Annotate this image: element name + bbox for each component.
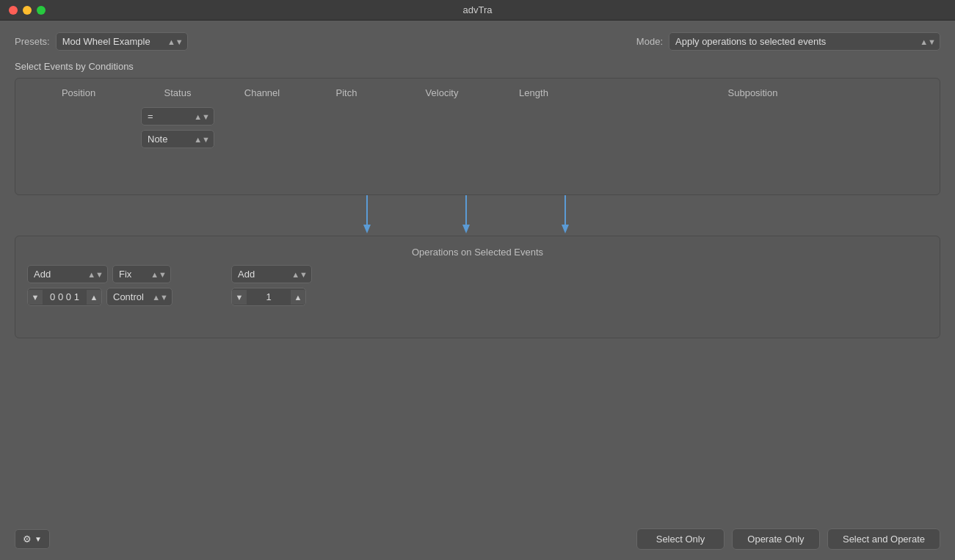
select-only-button[interactable]: Select Only (636, 528, 725, 550)
operate-only-button[interactable]: Operate Only (732, 528, 820, 550)
presets-group: Presets: Mod Wheel Example ▲▼ (15, 32, 188, 51)
position-type-wrapper: Control ▲▼ (106, 288, 173, 306)
svg-marker-3 (462, 225, 470, 233)
position-type-select[interactable]: Control (106, 288, 173, 306)
mode-group: Mode: Apply operations to selected event… (636, 32, 940, 51)
status-operator-wrapper: = ▲▼ (141, 107, 214, 126)
col-subposition: Subposition (578, 87, 928, 98)
action-buttons: Select Only Operate Only Select and Oper… (636, 528, 940, 550)
conditions-panel: Position Status Channel Pitch Velocity L… (15, 78, 940, 195)
status-value-wrapper: Note ▲▼ (141, 130, 214, 148)
mode-select[interactable]: Apply operations to selected events (669, 32, 940, 51)
value-add-group: Add ▲▼ (231, 265, 312, 283)
col-length: Length (490, 87, 578, 98)
arrows-svg (15, 195, 940, 236)
status-controls: = ▲▼ Note ▲▼ (130, 107, 225, 148)
maximize-button[interactable] (37, 6, 46, 15)
column-headers: Position Status Channel Pitch Velocity L… (27, 87, 928, 98)
position-dec-button[interactable]: ▼ (28, 290, 43, 305)
ops-section-title: Operations on Selected Events (27, 247, 928, 258)
col-position: Position (27, 87, 130, 98)
window-title: advTra (463, 4, 493, 15)
svg-marker-1 (363, 225, 371, 233)
bottom-bar: ⚙ ▼ Select Only Operate Only Select and … (15, 520, 940, 550)
status-value-select[interactable]: Note (141, 130, 214, 148)
top-bar: Presets: Mod Wheel Example ▲▼ Mode: Appl… (15, 32, 940, 51)
position-inc-button[interactable]: ▲ (87, 290, 101, 305)
position-fix-select[interactable]: Fix (112, 265, 171, 283)
value-number: 1 (247, 288, 291, 305)
value-op-select[interactable]: Add (231, 265, 312, 283)
value-op-group: Add ▲▼ ▼ 1 ▲ (231, 265, 312, 306)
value-op-wrapper: Add ▲▼ (231, 265, 312, 283)
gear-icon: ⚙ (23, 534, 32, 545)
presets-select[interactable]: Mod Wheel Example (56, 32, 188, 51)
main-content: Presets: Mod Wheel Example ▲▼ Mode: Appl… (0, 21, 955, 560)
arrow-divider (15, 195, 940, 236)
operations-row: Add ▲▼ Fix ▲▼ ▼ 0 0 0 1 (27, 265, 928, 306)
conditions-row: = ▲▼ Note ▲▼ (27, 104, 928, 148)
col-velocity: Velocity (394, 87, 490, 98)
col-channel: Channel (225, 87, 299, 98)
gear-button[interactable]: ⚙ ▼ (15, 529, 50, 549)
select-and-operate-button[interactable]: Select and Operate (827, 528, 940, 550)
col-status: Status (130, 87, 225, 98)
conditions-section-title: Select Events by Conditions (15, 61, 940, 72)
spacer (15, 338, 940, 520)
value-num-input-group: ▼ 1 ▲ (231, 288, 306, 306)
titlebar: advTra (0, 0, 955, 21)
svg-marker-5 (562, 225, 569, 233)
status-operator-select[interactable]: = (141, 107, 214, 126)
position-op-group: Add ▲▼ Fix ▲▼ ▼ 0 0 0 1 (27, 265, 173, 306)
presets-label: Presets: (15, 36, 50, 47)
position-add-group: Add ▲▼ Fix ▲▼ (27, 265, 173, 283)
position-value-input-group: ▼ 0 0 0 1 ▲ (27, 288, 102, 306)
mode-label: Mode: (636, 36, 663, 47)
position-op-select[interactable]: Add (27, 265, 108, 283)
position-fix-wrapper: Fix ▲▼ (112, 265, 171, 283)
mode-select-wrapper: Apply operations to selected events ▲▼ (669, 32, 940, 51)
position-op-wrapper: Add ▲▼ (27, 265, 108, 283)
close-button[interactable] (9, 6, 18, 15)
minimize-button[interactable] (23, 6, 32, 15)
presets-select-wrapper: Mod Wheel Example ▲▼ (56, 32, 188, 51)
operations-panel: Operations on Selected Events Add ▲▼ Fix (15, 236, 940, 338)
gear-chevron-icon: ▼ (35, 535, 42, 543)
value-inc-button[interactable]: ▲ (291, 290, 305, 305)
col-pitch: Pitch (299, 87, 394, 98)
traffic-lights (9, 6, 46, 15)
position-value-group: ▼ 0 0 0 1 ▲ Control ▲▼ (27, 288, 173, 306)
value-num-group: ▼ 1 ▲ (231, 288, 312, 306)
position-value: 0 0 0 1 (43, 288, 87, 305)
value-dec-button[interactable]: ▼ (232, 290, 247, 305)
